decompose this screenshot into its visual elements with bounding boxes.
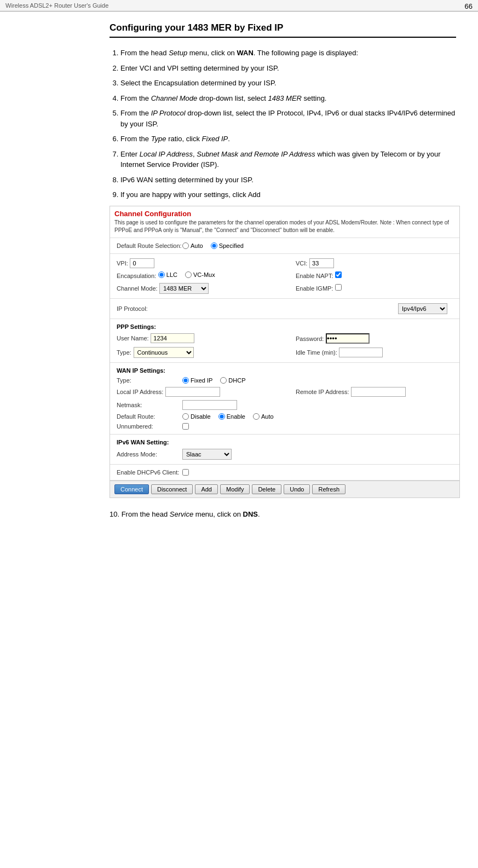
vci-col: VCI:: [296, 258, 453, 268]
channel-config-box: Channel Configuration This page is used …: [110, 206, 460, 498]
section-title: Configuring your 1483 MER by Fixed IP: [110, 22, 456, 38]
subnet-mask-italic: Subnet Mask and Remote IP Address: [197, 150, 315, 158]
auto-radio[interactable]: [182, 242, 189, 249]
undo-button[interactable]: Undo: [284, 484, 310, 494]
specified-radio[interactable]: [211, 242, 217, 249]
address-mode-select[interactable]: Slaac DHCPv6 Static: [182, 449, 232, 460]
password-input[interactable]: [326, 333, 370, 344]
ip-protocol-row: IP Protocol: Ipv4/Ipv6 IPv4 IPv6: [117, 303, 453, 314]
step-10-text: 10. From the head Service menu, click on…: [110, 510, 260, 518]
ipv6-wan-section: IPv6 WAN Setting: Address Mode: Slaac DH…: [110, 435, 459, 465]
idle-time-input[interactable]: [339, 348, 383, 357]
instruction-item-1: From the head Setup menu, click on WAN. …: [120, 48, 456, 59]
netmask-input[interactable]: [182, 400, 237, 410]
enable-radio-item: Enable: [218, 413, 245, 420]
enable-radio[interactable]: [218, 413, 225, 420]
disable-radio[interactable]: [182, 413, 189, 420]
channel-mode-select[interactable]: 1483 MER PPPoE PPPoA Bridge: [159, 283, 209, 294]
auto-dr-radio[interactable]: [253, 413, 260, 420]
local-remote-ip-row: Local IP Address: Remote IP Address:: [117, 387, 453, 397]
instructions: From the head Setup menu, click on WAN. …: [110, 48, 456, 200]
password-label: Password:: [296, 335, 324, 342]
encapsulation-napt-row: Encapsulation: LLC VC-Mux Enable NAPT:: [117, 271, 453, 280]
wan-type-label: Type:: [117, 377, 182, 384]
dhcpv6-checkbox[interactable]: [182, 469, 189, 476]
enable-igmp-label: Enable IGMP:: [296, 285, 333, 292]
username-password-row: User Name: Password:: [117, 333, 453, 344]
idle-time-label: Idle Time (min):: [296, 349, 337, 356]
password-col: Password:: [296, 333, 453, 344]
llc-radio[interactable]: [158, 271, 165, 278]
channel-mode-igmp-row: Channel Mode: 1483 MER PPPoE PPPoA Bridg…: [117, 283, 453, 294]
napt-col: Enable NAPT:: [296, 271, 453, 280]
page-number-wrapper: 66: [465, 2, 473, 10]
dhcp-radio[interactable]: [220, 377, 227, 384]
ip-protocol-label: IP Protocol:: [117, 305, 226, 312]
vci-label: VCI:: [296, 260, 307, 267]
delete-button[interactable]: Delete: [252, 484, 281, 494]
wan-ip-label: WAN IP Settings:: [117, 367, 453, 374]
type-select[interactable]: Continuous Connect on Demand Manual: [134, 347, 194, 358]
default-route-wan-label: Default Route:: [117, 413, 182, 420]
instruction-item-8: IPv6 WAN setting determined by your ISP.: [120, 175, 456, 186]
dhcp-radio-label: DHCP: [228, 377, 245, 384]
type-italic: Type: [151, 135, 166, 143]
local-ip-italic: Local IP Address: [140, 150, 193, 158]
enable-igmp-checkbox[interactable]: [335, 284, 342, 291]
disconnect-button[interactable]: Disconnect: [151, 484, 193, 494]
ipv6-wan-label: IPv6 WAN Setting:: [117, 439, 453, 445]
instruction-item-4: From the Channel Mode drop-down list, se…: [120, 93, 456, 104]
vpi-vci-row: VPI: VCI:: [117, 258, 453, 268]
encapsulation-radio-group: LLC VC-Mux: [158, 271, 215, 278]
remote-ip-col: Remote IP Address:: [296, 387, 453, 397]
specified-radio-item: Specified: [211, 242, 244, 249]
type-label: Type:: [117, 349, 131, 356]
instruction-item-2: Enter VCI and VPI setting determined by …: [120, 63, 456, 74]
default-route-row: Default Route Selection: Auto Specified: [117, 242, 453, 249]
refresh-button[interactable]: Refresh: [312, 484, 345, 494]
enable-napt-checkbox[interactable]: [335, 271, 342, 278]
disable-radio-item: Disable: [182, 413, 211, 420]
auto-dr-label: Auto: [261, 413, 274, 420]
enable-label: Enable: [227, 413, 245, 420]
local-ip-col: Local IP Address:: [117, 387, 274, 397]
channel-config-desc: This page is used to configure the param…: [110, 219, 459, 238]
vci-input[interactable]: [309, 258, 334, 268]
ppp-settings-section: PPP Settings: User Name: Password: Type:…: [110, 319, 459, 363]
setup-italic: Setup: [169, 49, 187, 57]
button-row: Connect Disconnect Add Modify Delete Und…: [110, 481, 459, 497]
unnumbered-checkbox[interactable]: [182, 423, 189, 430]
auto-label: Auto: [191, 242, 203, 249]
connect-button[interactable]: Connect: [114, 484, 149, 494]
username-input[interactable]: [151, 333, 194, 343]
fixed-ip-radio-item: Fixed IP: [182, 377, 212, 384]
ip-protocol-italic: IP Protocol: [151, 109, 186, 117]
dhcpv6-label: Enable DHCPv6 Client:: [117, 469, 182, 476]
remote-ip-input[interactable]: [351, 387, 406, 397]
vpi-input[interactable]: [130, 258, 154, 268]
channel-mode-label: Channel Mode:: [117, 285, 158, 292]
default-route-wan-row: Default Route: Disable Enable Auto: [117, 413, 453, 420]
modify-button[interactable]: Modify: [220, 484, 250, 494]
vcmux-radio[interactable]: [185, 271, 192, 278]
local-ip-input[interactable]: [165, 387, 220, 397]
default-route-radio-group: Auto Specified: [182, 242, 244, 249]
vpi-col: VPI:: [117, 258, 274, 268]
fixed-ip-radio-label: Fixed IP: [191, 377, 212, 384]
address-mode-row: Address Mode: Slaac DHCPv6 Static: [117, 449, 453, 460]
address-mode-label: Address Mode:: [117, 451, 182, 458]
add-button[interactable]: Add: [195, 484, 218, 494]
channel-mode-italic: Channel Mode: [151, 94, 198, 102]
wan-type-row: Type: Fixed IP DHCP: [117, 377, 453, 384]
vpi-vci-section: VPI: VCI: Encapsulation: LLC: [110, 254, 459, 299]
dhcpv6-section: Enable DHCPv6 Client:: [110, 465, 459, 481]
fixed-ip-radio[interactable]: [182, 377, 189, 384]
vcmux-radio-item: VC-Mux: [185, 271, 215, 278]
auto-radio-item: Auto: [182, 242, 203, 249]
vpi-label: VPI:: [117, 260, 128, 267]
page-header: Wireless ADSL2+ Router User's Guide: [0, 0, 478, 11]
type-col: Type: Continuous Connect on Demand Manua…: [117, 347, 274, 358]
dhcpv6-row: Enable DHCPv6 Client:: [117, 469, 453, 476]
ip-protocol-select[interactable]: Ipv4/Ipv6 IPv4 IPv6: [398, 303, 447, 314]
vcmux-label: VC-Mux: [193, 271, 215, 278]
